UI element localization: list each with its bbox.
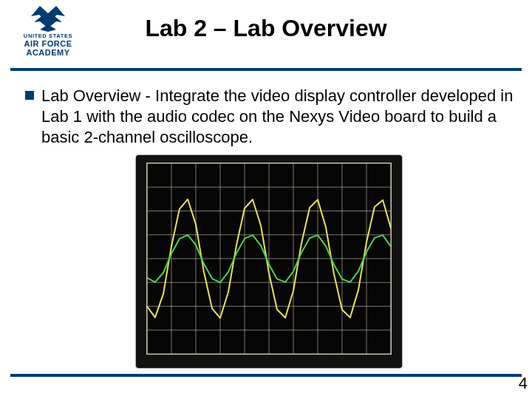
footer-divider	[10, 374, 522, 377]
oscilloscope-photo	[136, 155, 402, 368]
page-number: 4	[519, 374, 528, 393]
logo-line3: ACADEMY	[10, 48, 86, 57]
scope-waveforms	[147, 163, 391, 354]
slide-title: Lab 2 – Lab Overview	[0, 15, 532, 42]
slide: UNITED STATES AIR FORCE ACADEMY Lab 2 – …	[0, 0, 532, 399]
bullet-square-icon	[25, 91, 34, 100]
body-region: Lab Overview - Integrate the video displ…	[25, 86, 516, 148]
bullet-item: Lab Overview - Integrate the video displ…	[25, 86, 516, 148]
bullet-text: Lab Overview - Integrate the video displ…	[41, 86, 516, 148]
oscilloscope-screen	[146, 163, 392, 355]
title-divider	[10, 68, 522, 71]
